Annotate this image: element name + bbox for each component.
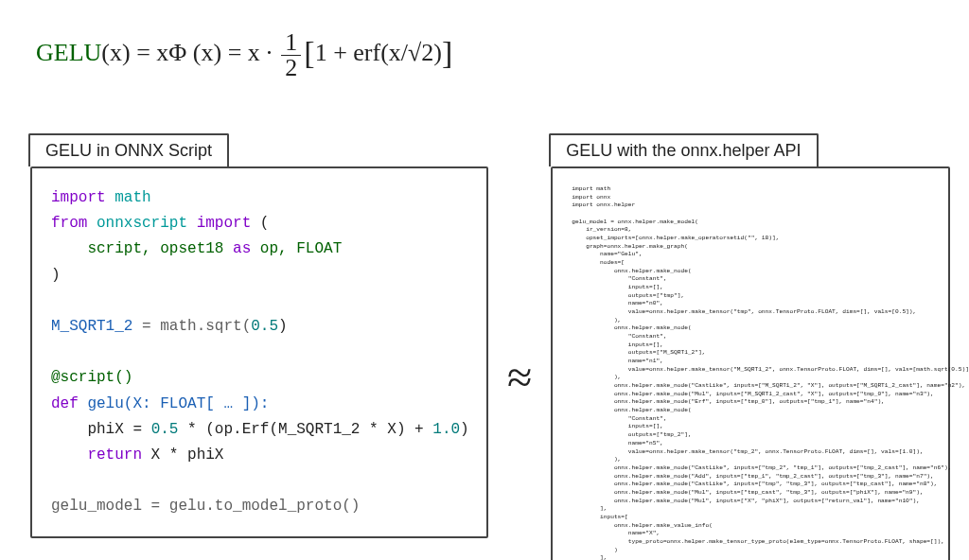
right-panel: import math import onnx import onnx.help… xyxy=(551,166,950,560)
right-code: import math import onnx import onnx.help… xyxy=(553,168,948,560)
left-panel: import math from onnxscript import ( scr… xyxy=(30,166,488,538)
formula-rhs: 1 + erf(x/√2) xyxy=(315,39,442,66)
left-panel-wrap: GELU in ONNX Script import math from onn… xyxy=(30,143,488,560)
formula-frac: 12 xyxy=(281,30,301,80)
right-panel-wrap: GELU with the onnx.helper API import mat… xyxy=(551,143,950,560)
columns: GELU in ONNX Script import math from onn… xyxy=(30,107,939,560)
left-code: import math from onnxscript import ( scr… xyxy=(32,168,486,536)
approx-symbol: ≈ xyxy=(505,351,534,403)
right-panel-title: GELU with the onnx.helper API xyxy=(549,133,818,166)
formula-lhs: (x) = xΦ (x) = x · xyxy=(101,39,278,66)
page: GELU(x) = xΦ (x) = x · 12[1 + erf(x/√2)]… xyxy=(0,0,969,560)
gelu-formula: GELU(x) = xΦ (x) = x · 12[1 + erf(x/√2)] xyxy=(36,30,939,80)
bracket-close: ] xyxy=(442,35,452,70)
formula-fn-name: GELU xyxy=(36,39,101,66)
bracket-open: [ xyxy=(304,35,314,70)
left-panel-title: GELU in ONNX Script xyxy=(28,133,229,166)
